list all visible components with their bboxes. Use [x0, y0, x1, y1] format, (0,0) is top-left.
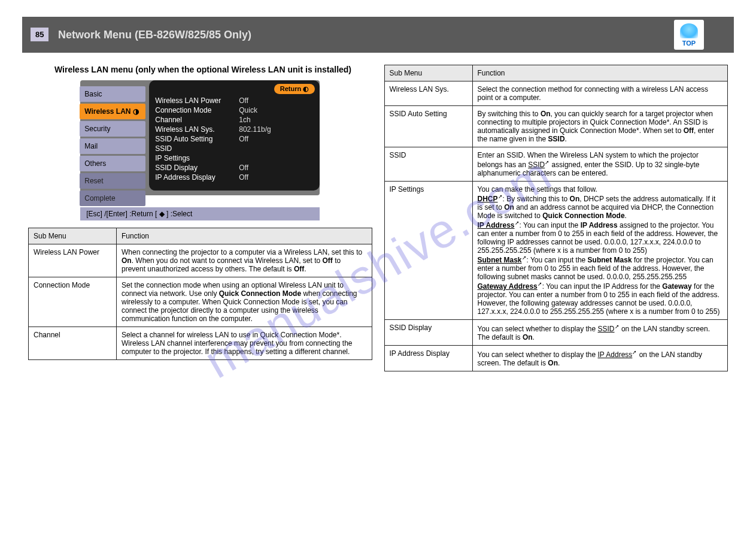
left-spec-table: Sub Menu Function Wireless LAN PowerWhen… [28, 228, 372, 360]
table-row: SSID DisplayYou can select whether to di… [384, 320, 728, 346]
right-column: Sub Menu Function Wireless LAN Sys.Selec… [378, 65, 734, 371]
section-title: Wireless LAN menu (only when the optiona… [54, 65, 372, 74]
menu-item[interactable]: SSID Auto SettingOff [155, 134, 314, 144]
th-submenu-r: Sub Menu [384, 65, 472, 81]
tab-others[interactable]: Others [80, 156, 145, 171]
right-spec-table: Sub Menu Function Wireless LAN Sys.Selec… [384, 65, 728, 371]
projector-menu-screenshot: Basic Wireless LAN ◑ Security Mail Other… [80, 80, 320, 220]
table-row: IP Address DisplayYou can select whether… [384, 346, 728, 371]
menu-detail-panel: Return ◐ Wireless LAN PowerOffConnection… [149, 80, 320, 191]
tab-complete[interactable]: Complete [80, 191, 145, 206]
return-button[interactable]: Return ◐ [274, 84, 315, 94]
menu-item[interactable]: SSID DisplayOff [155, 163, 314, 173]
table-row: SSID Auto SettingBy switching this to On… [384, 106, 728, 147]
tab-reset[interactable]: Reset [80, 173, 145, 189]
page-number: 85 [31, 28, 48, 41]
tab-wireless-lan[interactable]: Wireless LAN ◑ [80, 104, 145, 119]
chevron-right-icon: ◑ [133, 107, 139, 116]
menu-item[interactable]: Channel1ch [155, 115, 314, 125]
menu-tabs: Basic Wireless LAN ◑ Security Mail Other… [80, 86, 145, 208]
header-title: Network Menu (EB-826W/825/85 Only) [58, 29, 251, 41]
table-row: Wireless LAN PowerWhen connecting the pr… [29, 244, 372, 277]
menu-item[interactable]: SSID [155, 144, 314, 153]
menu-item[interactable]: Connection ModeQuick [155, 105, 314, 115]
menu-item[interactable]: Wireless LAN Sys.802.11b/g [155, 125, 314, 134]
table-row: ChannelSelect a channel for wireless LAN… [29, 327, 372, 360]
th-submenu-l: Sub Menu [29, 228, 117, 244]
top-label: TOP [682, 40, 696, 47]
th-function-r: Function [472, 65, 728, 81]
home-icon [680, 23, 698, 38]
left-column: Wireless LAN menu (only when the optiona… [22, 65, 378, 371]
menu-hint-bar: [Esc] /[Enter] :Return [ ◆ ] :Select [80, 207, 320, 220]
menu-item[interactable]: Wireless LAN PowerOff [155, 96, 314, 105]
header-bar: 85 Network Menu (EB-826W/825/85 Only) TO… [22, 17, 734, 53]
tab-mail[interactable]: Mail [80, 138, 145, 154]
table-row: IP SettingsYou can make the settings tha… [384, 182, 728, 320]
top-home-button[interactable]: TOP [674, 20, 704, 50]
table-row: Wireless LAN Sys.Select the connection m… [384, 81, 728, 106]
tab-security[interactable]: Security [80, 121, 145, 137]
table-row: Connection ModeSet the connection mode w… [29, 277, 372, 327]
menu-item[interactable]: IP Address DisplayOff [155, 173, 314, 182]
th-function-l: Function [117, 228, 372, 244]
table-row: SSIDEnter an SSID. When the Wireless LAN… [384, 147, 728, 182]
tab-basic[interactable]: Basic [80, 86, 145, 102]
menu-item[interactable]: IP Settings [155, 153, 314, 163]
